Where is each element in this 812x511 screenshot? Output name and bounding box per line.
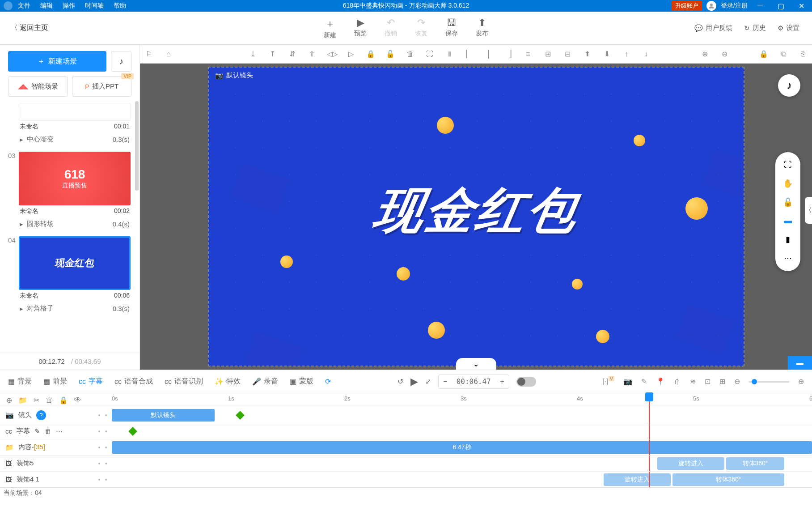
grid-icon[interactable]: ⊞ xyxy=(719,377,725,386)
delete-icon[interactable]: 🗑 xyxy=(46,396,53,404)
align-left-icon[interactable]: ▏ xyxy=(465,50,474,58)
menu-timeline[interactable]: 时间轴 xyxy=(85,2,104,10)
login-link[interactable]: 登录/注册 xyxy=(721,2,748,10)
toggle-switch[interactable] xyxy=(516,377,536,387)
history-icon[interactable]: ↺ xyxy=(398,377,403,386)
copy-icon[interactable]: ⧉ xyxy=(779,50,788,58)
align-vcenter-icon[interactable]: ⇵ xyxy=(288,50,296,58)
keyframe-diamond[interactable] xyxy=(128,427,137,436)
crop-icon[interactable]: ⛶ xyxy=(425,50,434,58)
expand-icon[interactable]: ⤢ xyxy=(425,377,431,386)
camera2-icon[interactable]: 📷 xyxy=(623,377,632,386)
more-icon[interactable]: ⋯ xyxy=(784,253,792,263)
lock2-icon[interactable]: 🔒 xyxy=(759,50,768,58)
scene-thumb[interactable]: 现金红包 xyxy=(19,236,131,290)
home-icon[interactable]: ⌂ xyxy=(164,50,173,58)
dot-icon[interactable]: • xyxy=(105,460,107,467)
dot-icon[interactable]: • xyxy=(105,427,107,435)
upgrade-button[interactable]: 升级账户 xyxy=(672,1,702,11)
lock3-icon[interactable]: 🔒 xyxy=(59,396,68,405)
flip-h-icon[interactable]: ◁▷ xyxy=(327,50,336,58)
paste-icon[interactable]: ⎘ xyxy=(799,50,808,58)
scene-thumb[interactable] xyxy=(19,103,131,121)
dot-icon[interactable]: • xyxy=(98,443,100,451)
help-icon[interactable]: ? xyxy=(36,410,46,420)
canvas-stage[interactable]: 📷 默认镜头 现金红包 xyxy=(208,67,744,366)
collapse-down-button[interactable]: ⌄ xyxy=(456,358,496,370)
align-right-icon[interactable]: ▕ xyxy=(504,50,513,58)
scene-thumb[interactable]: 618直播预售 xyxy=(19,152,131,205)
cut-icon[interactable]: ✂ xyxy=(34,396,39,405)
align-bottom-icon[interactable]: ⤓ xyxy=(248,50,257,58)
folder-icon[interactable]: 📁 xyxy=(18,396,27,405)
zoom-slider[interactable] xyxy=(749,381,789,383)
tltab-语音识别[interactable]: cc语音识别 xyxy=(165,377,203,386)
tltab-语音合成[interactable]: cc语音合成 xyxy=(114,377,153,386)
flip-v-icon[interactable]: ▷ xyxy=(347,50,355,58)
zoom-out2-icon[interactable]: ⊖ xyxy=(734,377,740,386)
pin-icon[interactable]: 📍 xyxy=(656,377,665,386)
avatar-icon[interactable] xyxy=(706,1,716,11)
menu-edit[interactable]: 编辑 xyxy=(40,2,53,10)
effect-clip[interactable]: 转体360° xyxy=(726,457,784,470)
dot-icon[interactable]: • xyxy=(105,476,107,483)
bracket-icon[interactable]: [·] xyxy=(602,378,608,385)
zoom-out-icon[interactable]: ⊖ xyxy=(720,50,729,58)
bring-front-icon[interactable]: ⬆ xyxy=(583,50,592,58)
zoom-in-icon[interactable]: ⊕ xyxy=(700,50,709,58)
filter-icon[interactable]: ⫛ xyxy=(674,378,681,386)
menu-action[interactable]: 操作 xyxy=(63,2,75,10)
effect-clip[interactable]: 旋转进入 xyxy=(657,457,724,470)
insert-ppt-button[interactable]: P 插入PPT VIP xyxy=(72,76,131,97)
transition-row[interactable]: ▸圆形转场0.4(s) xyxy=(19,217,131,231)
time-plus[interactable]: + xyxy=(495,375,509,388)
float-music-button[interactable]: ♪ xyxy=(778,74,800,97)
tbr-历史[interactable]: ↻历史 xyxy=(744,24,766,32)
expand-right-tab[interactable]: 〈 xyxy=(805,197,812,224)
hand-icon[interactable]: ✋ xyxy=(783,179,793,188)
align-top2-icon[interactable]: ⇧ xyxy=(307,50,316,58)
fullscreen-icon[interactable]: ⛶ xyxy=(784,160,792,170)
scenes-scrollbar[interactable] xyxy=(135,101,139,191)
unlock-icon[interactable]: 🔓 xyxy=(783,197,793,207)
tltab-字幕[interactable]: cc字幕 xyxy=(79,377,103,386)
timeline-ruler[interactable]: 0s1s2s3s4s5s6s xyxy=(112,393,812,407)
back-home-button[interactable]: 〈 返回主页 xyxy=(0,23,59,33)
align-center-icon[interactable]: │ xyxy=(484,50,493,58)
tltab-背景[interactable]: ▦背景 xyxy=(8,377,32,386)
flag-icon[interactable]: ⚐ xyxy=(144,50,153,58)
layers-icon[interactable]: ≋ xyxy=(690,377,696,386)
transition-row[interactable]: ▸对角格子0.3(s) xyxy=(19,302,131,315)
menu-help[interactable]: 帮助 xyxy=(114,2,126,10)
track-action-icon[interactable]: ✎ xyxy=(34,427,40,435)
tbr-用户反馈[interactable]: 💬用户反馈 xyxy=(694,24,732,32)
mobile-icon[interactable]: ▮ xyxy=(786,234,790,244)
close-button[interactable]: ✕ xyxy=(793,0,809,12)
forward-icon[interactable]: ↑ xyxy=(622,50,631,58)
track-action-icon[interactable]: 🗑 xyxy=(45,427,51,435)
content-clip[interactable]: 6.47秒 xyxy=(112,441,812,454)
dot-icon[interactable]: • xyxy=(98,427,100,435)
distribute-h-icon[interactable]: ⫴ xyxy=(445,50,454,58)
clip[interactable]: 默认镜头 xyxy=(112,409,215,422)
hero-text[interactable]: 现金红包 xyxy=(368,177,584,244)
tb-保存[interactable]: 🖫保存 xyxy=(445,17,458,39)
screen-icon[interactable]: ▬ xyxy=(784,216,792,226)
tb-预览[interactable]: ▶预览 xyxy=(354,17,367,39)
eye-icon[interactable]: 👁 xyxy=(74,396,81,404)
tltab-前景[interactable]: ▦前景 xyxy=(43,377,67,386)
unlock-icon[interactable]: 🔓 xyxy=(386,50,395,58)
tltab-录音[interactable]: 🎤录音 xyxy=(252,377,278,386)
effect-clip[interactable]: 旋转进入 xyxy=(604,473,671,486)
time-minus[interactable]: − xyxy=(439,375,452,388)
keyframe-diamond[interactable] xyxy=(236,411,245,420)
menu-file[interactable]: 文件 xyxy=(18,2,30,10)
tb-新建[interactable]: ＋新建 xyxy=(324,17,336,39)
add-track-icon[interactable]: ⊕ xyxy=(6,396,12,405)
dot-icon[interactable]: • xyxy=(98,411,100,419)
send-back-icon[interactable]: ⬇ xyxy=(602,50,611,58)
tb-发布[interactable]: ⬆发布 xyxy=(476,17,488,39)
backward-icon[interactable]: ↓ xyxy=(642,50,651,58)
zoom-in2-icon[interactable]: ⊕ xyxy=(798,377,804,386)
play-icon[interactable]: ▶ xyxy=(410,376,418,388)
